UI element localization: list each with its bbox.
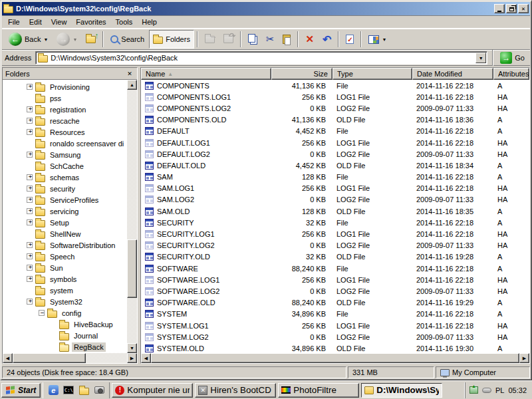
tree-item[interactable]: registration xyxy=(3,104,127,115)
folder-shortcut-icon[interactable] xyxy=(78,384,90,396)
SAM.LOG1[interactable]: SAM.LOG1 256 KB LOG1 File 2014-11-16 22:… xyxy=(141,183,529,194)
menu-item[interactable]: Edit xyxy=(25,16,47,28)
cut-button[interactable]: ✂ xyxy=(262,30,279,49)
expander-icon[interactable] xyxy=(27,242,33,248)
tree-hscroll-thumb[interactable] xyxy=(13,353,86,363)
tree-item[interactable]: Speech xyxy=(3,251,127,262)
views-button[interactable]: ▼ xyxy=(364,30,390,49)
copy-to-button[interactable]: ↷ xyxy=(219,30,237,49)
tree-item[interactable]: schemas xyxy=(3,172,127,183)
taskbar-task-button[interactable]: Komputer nie uruch... xyxy=(112,383,193,398)
scroll-left-icon[interactable]: ◀ xyxy=(141,353,151,363)
device-icon[interactable] xyxy=(482,388,491,393)
expander-icon[interactable] xyxy=(39,310,45,316)
DEFAULT.OLD[interactable]: DEFAULT.OLD 4,452 KB OLD File 2014-11-16… xyxy=(141,160,529,171)
list-hscroll-thumb[interactable] xyxy=(151,353,519,363)
expander-icon[interactable] xyxy=(27,106,33,112)
internet-explorer-icon[interactable]: e xyxy=(47,384,59,396)
scroll-down-icon[interactable]: ▼ xyxy=(127,343,137,353)
paste-button[interactable] xyxy=(279,30,295,49)
SOFTWARE.LOG1[interactable]: SOFTWARE.LOG1 256 KB LOG1 File 2014-11-1… xyxy=(141,274,529,285)
tree-item[interactable]: ronaldo screensaver di xyxy=(3,138,127,149)
expander-icon[interactable] xyxy=(27,197,33,203)
command-prompt-icon[interactable]: C:\ xyxy=(63,384,74,396)
COMPONENTS[interactable]: COMPONENTS 41,136 KB File 2014-11-16 22:… xyxy=(141,80,529,91)
address-input[interactable]: D:\Windows\System32\config\RegBack ▼ xyxy=(35,51,487,65)
move-to-button[interactable]: → xyxy=(201,30,219,49)
tree-item[interactable]: symbols xyxy=(3,273,127,285)
camera-icon[interactable] xyxy=(93,384,105,396)
scroll-up-icon[interactable]: ▲ xyxy=(127,80,137,90)
delete-button[interactable]: ✕ xyxy=(301,30,318,49)
SECURITY.OLD[interactable]: SECURITY.OLD 32 KB OLD File 2014-11-16 1… xyxy=(141,251,529,263)
address-dropdown-button[interactable]: ▼ xyxy=(475,53,486,63)
back-dropdown-icon[interactable]: ▼ xyxy=(43,37,48,42)
close-button[interactable]: ✕ xyxy=(518,4,529,13)
DEFAULT.LOG2[interactable]: DEFAULT.LOG2 0 KB LOG2 File 2009-09-07 1… xyxy=(141,148,529,160)
menu-item[interactable]: Favorites xyxy=(71,16,110,28)
COMPONENTS.OLD[interactable]: COMPONENTS.OLD 41,136 KB OLD File 2014-1… xyxy=(141,114,529,126)
list-horizontal-scrollbar[interactable]: ◀ ▶ xyxy=(141,353,529,363)
tree-item[interactable]: Sun xyxy=(3,262,127,273)
expander-icon[interactable] xyxy=(27,219,33,225)
expander-icon[interactable] xyxy=(27,253,33,259)
SAM.LOG2[interactable]: SAM.LOG2 0 KB LOG2 File 2009-09-07 11:33… xyxy=(141,194,529,205)
tree-vertical-scrollbar[interactable]: ▲ ▼ xyxy=(127,80,137,353)
expander-icon[interactable] xyxy=(27,186,33,192)
SYSTEM.LOG2[interactable]: SYSTEM.LOG2 0 KB LOG2 File 2009-09-07 11… xyxy=(141,331,529,342)
menu-item[interactable]: File xyxy=(3,16,25,28)
tree-item[interactable]: config xyxy=(3,307,127,319)
menu-item[interactable]: Help xyxy=(137,16,162,28)
undo-button[interactable]: ↶ xyxy=(319,30,335,49)
taskbar-task-button[interactable]: Hiren's BootCD 15... xyxy=(195,383,276,398)
tree-vscroll-thumb[interactable] xyxy=(127,239,137,298)
SYSTEM[interactable]: SYSTEM 34,896 KB File 2014-11-16 22:18 A xyxy=(141,309,529,320)
folder-options-button[interactable]: ✓ xyxy=(342,30,358,49)
tree-item[interactable]: Provisioning xyxy=(3,81,127,92)
tree-item[interactable]: servicing xyxy=(3,205,127,217)
SYSTEM.OLD[interactable]: SYSTEM.OLD 34,896 KB OLD File 2014-11-16… xyxy=(141,342,529,353)
expander-icon[interactable] xyxy=(27,265,33,271)
expander-icon[interactable] xyxy=(27,84,33,90)
tree-item[interactable]: SchCache xyxy=(3,160,127,172)
DEFAULT.LOG1[interactable]: DEFAULT.LOG1 256 KB LOG1 File 2014-11-16… xyxy=(141,137,529,148)
title-bar[interactable]: D:\Windows\System32\config\RegBack ✕ xyxy=(2,2,530,15)
taskbar-task-button[interactable]: PhotoFiltre xyxy=(278,383,359,398)
COMPONENTS.LOG1[interactable]: COMPONENTS.LOG1 256 KB LOG1 File 2014-11… xyxy=(141,91,529,102)
SOFTWARE.OLD[interactable]: SOFTWARE.OLD 88,240 KB OLD File 2014-11-… xyxy=(141,297,529,309)
language-indicator[interactable]: PL xyxy=(495,386,504,394)
go-button[interactable]: → Go xyxy=(498,51,529,65)
tree-item[interactable]: system xyxy=(3,285,127,296)
restore-button[interactable] xyxy=(506,4,517,13)
scroll-right-icon[interactable]: ▶ xyxy=(519,353,529,363)
clock[interactable]: 05:32 xyxy=(508,386,527,394)
scroll-right-icon[interactable]: ▶ xyxy=(127,353,137,363)
tree-item[interactable]: Resources xyxy=(3,126,127,138)
SYSTEM.LOG1[interactable]: SYSTEM.LOG1 256 KB LOG1 File 2014-11-16 … xyxy=(141,320,529,331)
forward-button[interactable]: → ▼ xyxy=(53,30,81,49)
back-button[interactable]: ← Back ▼ xyxy=(5,30,52,49)
tree-item[interactable]: ShellNew xyxy=(3,228,127,239)
SECURITY[interactable]: SECURITY 32 KB File 2014-11-16 22:18 A xyxy=(141,217,529,228)
SAM[interactable]: SAM 128 KB File 2014-11-16 22:18 A xyxy=(141,172,529,183)
expander-icon[interactable] xyxy=(27,129,33,135)
tree-item[interactable]: Journal xyxy=(3,330,127,341)
tree-item[interactable]: Samsung xyxy=(3,149,127,160)
expander-icon[interactable] xyxy=(27,118,33,124)
expander-icon[interactable] xyxy=(27,299,33,305)
expander-icon[interactable] xyxy=(27,152,33,158)
up-button[interactable]: ↑ xyxy=(82,30,100,49)
tree-item[interactable]: security xyxy=(3,183,127,194)
tree-item[interactable]: ServiceProfiles xyxy=(3,194,127,205)
SAM.OLD[interactable]: SAM.OLD 128 KB OLD File 2014-11-16 18:35… xyxy=(141,205,529,217)
tree-item[interactable]: Setup xyxy=(3,217,127,228)
expander-icon[interactable] xyxy=(27,276,33,282)
start-button[interactable]: Start xyxy=(1,383,41,398)
tree-item[interactable]: SoftwareDistribution xyxy=(3,239,127,251)
search-button[interactable]: Search xyxy=(106,30,148,49)
tree-horizontal-scrollbar[interactable]: ◀ ▶ xyxy=(3,353,137,363)
SOFTWARE[interactable]: SOFTWARE 88,240 KB File 2014-11-16 22:18… xyxy=(141,263,529,274)
scroll-left-icon[interactable]: ◀ xyxy=(3,353,13,363)
SECURITY.LOG2[interactable]: SECURITY.LOG2 0 KB LOG2 File 2009-09-07 … xyxy=(141,240,529,251)
tree-item[interactable]: HiveBackup xyxy=(3,319,127,330)
